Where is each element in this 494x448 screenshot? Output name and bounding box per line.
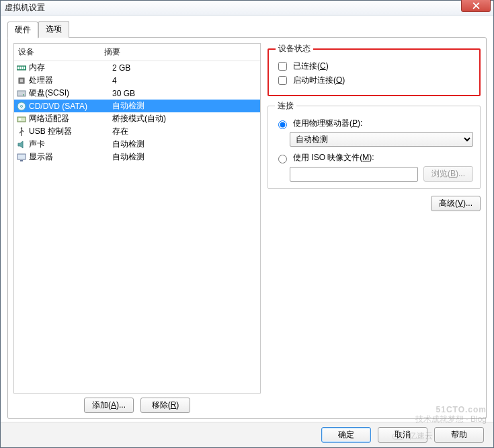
device-status-group: 设备状态 已连接(C) 启动时连接(O) <box>267 43 481 96</box>
tab-options[interactable]: 选项 <box>38 21 69 38</box>
summary-col-header: 摘要 <box>104 46 120 58</box>
physical-drive-label: 使用物理驱动器(P): <box>293 118 362 129</box>
svg-rect-11 <box>17 117 26 122</box>
device-summary: 桥接模式(自动) <box>112 113 259 124</box>
vm-settings-window: 虚拟机设置 硬件 选项 设备 摘要 内存2 GB处理器4硬盘(SCSI)30 <box>0 0 494 448</box>
connect-at-poweron-row[interactable]: 启动时连接(O) <box>276 74 472 87</box>
usb-icon <box>15 126 28 137</box>
cancel-button[interactable]: 取消 <box>378 427 427 443</box>
device-row[interactable]: 硬盘(SCSI)30 GB <box>14 87 260 100</box>
device-row[interactable]: 处理器4 <box>14 74 260 87</box>
device-row[interactable]: 网络适配器桥接模式(自动) <box>14 112 260 125</box>
device-summary: 自动检测 <box>112 151 259 163</box>
svg-rect-14 <box>17 154 26 159</box>
connected-checkbox-row[interactable]: 已连接(C) <box>276 60 472 73</box>
device-name: 显示器 <box>29 151 112 163</box>
settings-pane: 设备状态 已连接(C) 启动时连接(O) 连接 <box>267 43 481 413</box>
device-summary: 4 <box>112 76 259 85</box>
iso-label: 使用 ISO 映像文件(M): <box>293 152 374 163</box>
device-summary: 30 GB <box>112 89 259 98</box>
device-summary: 自动检测 <box>112 139 259 150</box>
svg-rect-1 <box>17 67 19 69</box>
device-row[interactable]: 声卡自动检测 <box>14 138 260 151</box>
physical-drive-select[interactable]: 自动检测 <box>290 132 473 147</box>
device-pane: 设备 摘要 内存2 GB处理器4硬盘(SCSI)30 GBCD/DVD (SAT… <box>13 43 261 413</box>
add-button[interactable]: 添加(A)... <box>84 398 134 413</box>
memory-icon <box>15 63 28 73</box>
svg-rect-2 <box>19 67 21 69</box>
tab-container: 硬件 选项 设备 摘要 内存2 GB处理器4硬盘(SCSI)30 GBCD/DV… <box>7 21 487 416</box>
connected-checkbox[interactable] <box>278 62 287 71</box>
remove-button[interactable]: 移除(R) <box>140 398 190 413</box>
device-col-header: 设备 <box>18 46 104 58</box>
dialog-footer: 确定 取消 帮助 <box>1 422 493 447</box>
device-summary: 2 GB <box>112 63 259 73</box>
sound-icon <box>15 139 28 150</box>
svg-point-13 <box>21 127 22 128</box>
device-name: 声卡 <box>29 139 112 150</box>
svg-rect-12 <box>19 118 21 120</box>
display-icon <box>15 152 28 163</box>
advanced-button[interactable]: 高级(V)... <box>431 196 481 211</box>
browse-button[interactable]: 浏览(B)... <box>423 166 473 182</box>
help-button[interactable]: 帮助 <box>434 427 484 443</box>
tab-body-hardware: 设备 摘要 内存2 GB处理器4硬盘(SCSI)30 GBCD/DVD (SAT… <box>7 37 487 419</box>
connection-group: 连接 使用物理驱动器(P): 自动检测 使用 ISO 映像文件 <box>267 100 481 189</box>
connect-at-poweron-label: 启动时连接(O) <box>293 75 345 86</box>
iso-path-input[interactable] <box>290 167 418 182</box>
browse-label: 浏览(B)... <box>431 169 465 178</box>
tab-hardware[interactable]: 硬件 <box>7 22 38 38</box>
window-title: 虚拟机设置 <box>5 2 45 13</box>
cd-icon <box>15 101 28 112</box>
svg-point-10 <box>21 105 23 107</box>
titlebar: 虚拟机设置 <box>1 1 493 15</box>
connection-legend: 连接 <box>275 100 296 112</box>
iso-radio-row[interactable]: 使用 ISO 映像文件(M): <box>275 152 473 163</box>
connected-label: 已连接(C) <box>293 61 329 72</box>
window-close-button[interactable] <box>461 0 491 12</box>
device-list[interactable]: 内存2 GB处理器4硬盘(SCSI)30 GBCD/DVD (SATA)自动检测… <box>13 61 261 394</box>
device-name: 内存 <box>29 62 112 73</box>
device-status-legend: 设备状态 <box>276 43 313 54</box>
svg-rect-7 <box>17 91 26 96</box>
device-list-header: 设备 摘要 <box>13 43 261 61</box>
svg-rect-15 <box>20 160 23 161</box>
device-row[interactable]: CD/DVD (SATA)自动检测 <box>14 100 260 112</box>
svg-point-8 <box>23 94 24 96</box>
cpu-icon <box>15 75 28 86</box>
device-name: 处理器 <box>29 75 112 86</box>
hdd-icon <box>15 88 28 99</box>
device-name: 网络适配器 <box>29 113 112 124</box>
content-area: 硬件 选项 设备 摘要 内存2 GB处理器4硬盘(SCSI)30 GBCD/DV… <box>1 15 493 422</box>
nic-icon <box>15 114 28 124</box>
device-summary: 自动检测 <box>112 100 259 112</box>
advanced-label: 高级(V)... <box>439 198 472 208</box>
physical-drive-radio-row[interactable]: 使用物理驱动器(P): <box>275 118 473 129</box>
device-row[interactable]: 显示器自动检测 <box>14 151 260 163</box>
svg-rect-6 <box>20 79 23 82</box>
device-row[interactable]: 内存2 GB <box>14 61 260 74</box>
svg-rect-3 <box>22 67 23 69</box>
device-row[interactable]: USB 控制器存在 <box>14 125 260 138</box>
ok-button[interactable]: 确定 <box>321 427 371 443</box>
device-name: CD/DVD (SATA) <box>29 102 112 111</box>
connect-at-poweron-checkbox[interactable] <box>278 76 287 85</box>
iso-radio[interactable] <box>278 155 287 163</box>
close-icon <box>472 2 480 9</box>
device-name: 硬盘(SCSI) <box>29 87 112 99</box>
physical-drive-radio[interactable] <box>278 120 287 129</box>
svg-rect-4 <box>24 67 25 69</box>
device-summary: 存在 <box>112 126 259 137</box>
device-name: USB 控制器 <box>29 126 112 137</box>
